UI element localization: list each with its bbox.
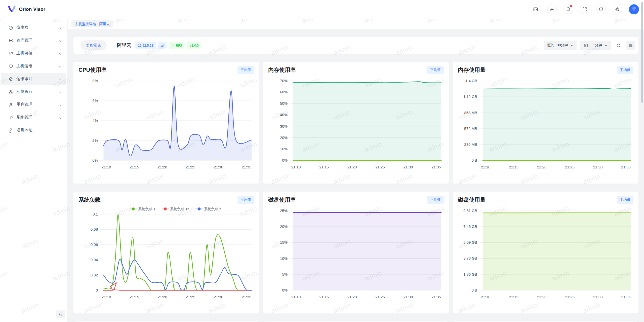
svg-text:0.06: 0.06 bbox=[91, 242, 98, 247]
chart-card-header: 内存使用率平均值 bbox=[268, 66, 444, 74]
host-toolbar: 监控图表 阿里云 12.92.5.21 ali ✓ 在线 v1.0.0 区间 3… bbox=[73, 37, 638, 54]
chevron-down-icon bbox=[59, 116, 62, 119]
svg-text:21:25: 21:25 bbox=[186, 295, 195, 299]
svg-text:10%: 10% bbox=[280, 147, 288, 151]
avatar[interactable]: 管 bbox=[629, 4, 639, 14]
logo-icon bbox=[8, 5, 16, 13]
svg-text:25%: 25% bbox=[280, 208, 288, 213]
divider bbox=[112, 43, 112, 48]
memory-usage-amount-chart: 0 B286 MB572 MB858 MB1.12 GB1.4 GB21:102… bbox=[458, 76, 633, 175]
svg-text:0 B: 0 B bbox=[471, 288, 477, 292]
sidebar-item-host-monitoring[interactable]: 主机监控 bbox=[1, 47, 66, 59]
svg-text:6%: 6% bbox=[92, 98, 98, 103]
svg-text:21:30: 21:30 bbox=[404, 295, 413, 299]
chart-card-header: CPU使用率平均值 bbox=[78, 66, 254, 74]
chevron-down-icon bbox=[605, 44, 608, 47]
window-label: 窗口 bbox=[583, 43, 590, 48]
svg-text:0: 0 bbox=[96, 288, 98, 292]
svg-text:3.73 GB: 3.73 GB bbox=[463, 256, 477, 260]
scrollbar-thumb[interactable] bbox=[641, 2, 643, 103]
sidebar-item-dashboard[interactable]: 仪表盘 bbox=[1, 22, 66, 33]
sidebar-item-label: 仪表盘 bbox=[16, 25, 28, 30]
svg-text:2%: 2% bbox=[92, 138, 98, 142]
app-logo[interactable]: Orion Visor bbox=[8, 5, 45, 13]
aggregation-badge: 平均值 bbox=[617, 66, 633, 74]
shield-check-icon bbox=[9, 77, 13, 81]
sidebar-item-system-mgmt[interactable]: 系统管理 bbox=[1, 112, 66, 123]
disk-usage-rate-chart: 0%5%10%15%20%25%21:1021:1521:2021:2521:3… bbox=[268, 206, 444, 305]
system-load-chart: 00.020.040.060.080.121:1021:1521:2021:25… bbox=[78, 206, 254, 305]
sidebar-item-batch-exec[interactable]: 批量执行 bbox=[1, 86, 66, 98]
topbar-actions: 管 bbox=[524, 4, 639, 14]
breadcrumb-tab[interactable]: 主机监控详情 - 阿里云 bbox=[71, 20, 113, 27]
content: 监控图表 阿里云 12.92.5.21 ali ✓ 在线 v1.0.0 区间 3… bbox=[68, 29, 644, 322]
refresh-icon bbox=[598, 7, 603, 12]
notification-button[interactable] bbox=[564, 5, 573, 14]
svg-text:21:15: 21:15 bbox=[319, 165, 329, 169]
svg-text:4%: 4% bbox=[92, 118, 98, 123]
svg-text:21:25: 21:25 bbox=[565, 165, 575, 169]
sidebar-collapse-button[interactable] bbox=[56, 310, 65, 318]
chart-title: 磁盘使用量 bbox=[458, 196, 486, 204]
sidebar-item-user-mgmt[interactable]: 用户管理 bbox=[1, 99, 66, 111]
svg-text:1.12 GB: 1.12 GB bbox=[463, 94, 477, 99]
sidebar-item-label: 主机监控 bbox=[16, 51, 32, 56]
svg-text:8%: 8% bbox=[92, 79, 98, 83]
svg-text:21:10: 21:10 bbox=[102, 165, 111, 169]
assets-icon bbox=[9, 38, 13, 43]
host-ops-icon bbox=[9, 64, 13, 68]
svg-text:系统负载-5: 系统负载-5 bbox=[204, 207, 221, 211]
chart-title: CPU使用率 bbox=[78, 66, 107, 74]
user-icon bbox=[9, 102, 13, 107]
refresh-button[interactable] bbox=[614, 41, 623, 50]
chart-title: 磁盘使用率 bbox=[268, 196, 296, 204]
batch-icon bbox=[9, 90, 13, 94]
svg-text:0.04: 0.04 bbox=[91, 258, 98, 262]
svg-text:21:15: 21:15 bbox=[130, 165, 139, 169]
svg-text:21:30: 21:30 bbox=[214, 165, 223, 169]
chart-menu-button[interactable] bbox=[626, 41, 635, 50]
chart-card-header: 系统负载平均值 bbox=[78, 196, 254, 204]
svg-text:21:20: 21:20 bbox=[347, 295, 357, 299]
settings-button[interactable] bbox=[613, 5, 622, 14]
link-icon bbox=[9, 128, 13, 133]
interval-label: 区间 bbox=[547, 43, 554, 48]
svg-text:21:10: 21:10 bbox=[481, 165, 491, 169]
svg-text:21:25: 21:25 bbox=[565, 295, 575, 299]
svg-text:1.86 GB: 1.86 GB bbox=[463, 272, 477, 276]
chart-card-disk-usage-rate: 磁盘使用率平均值0%5%10%15%20%25%21:1021:1521:202… bbox=[263, 192, 449, 313]
refresh-button[interactable] bbox=[596, 5, 606, 14]
window-select[interactable]: 窗口 1分钟 bbox=[580, 41, 611, 50]
svg-text:286 MB: 286 MB bbox=[464, 142, 477, 147]
svg-text:0.08: 0.08 bbox=[91, 227, 98, 231]
svg-text:21:10: 21:10 bbox=[291, 165, 301, 169]
svg-text:50%: 50% bbox=[280, 101, 288, 105]
code-button[interactable] bbox=[531, 5, 540, 14]
svg-text:60%: 60% bbox=[280, 90, 288, 94]
main-area: 主机监控详情 - 阿里云 监控图表 阿里云 12.92.5.21 ali ✓ 在… bbox=[68, 19, 644, 322]
monitor-chart-tab[interactable]: 监控图表 bbox=[80, 40, 107, 50]
aggregation-badge: 平均值 bbox=[617, 196, 633, 204]
svg-text:系统负载-1: 系统负载-1 bbox=[138, 207, 155, 211]
svg-text:20%: 20% bbox=[280, 224, 288, 229]
check-icon: ✓ bbox=[172, 44, 174, 47]
sidebar-item-host-ops[interactable]: 主机运维 bbox=[1, 60, 66, 72]
sidebar-item-ops-audit[interactable]: 运维审计 bbox=[1, 73, 66, 85]
svg-text:21:25: 21:25 bbox=[186, 165, 195, 169]
theme-button[interactable] bbox=[547, 5, 557, 14]
sidebar-item-project-link[interactable]: 项目地址 bbox=[1, 124, 66, 136]
fullscreen-button[interactable] bbox=[580, 5, 589, 14]
svg-text:21:15: 21:15 bbox=[509, 165, 518, 169]
chart-card-memory-usage-amount: 内存使用量平均值0 B286 MB572 MB858 MB1.12 GB1.4 … bbox=[453, 62, 638, 184]
interval-select[interactable]: 区间 30分钟 bbox=[544, 41, 577, 50]
host-tag-badge: ali bbox=[158, 42, 167, 49]
chevron-down-icon bbox=[59, 90, 62, 93]
sidebar-item-label: 批量执行 bbox=[16, 89, 32, 94]
svg-text:21:20: 21:20 bbox=[347, 165, 357, 169]
interval-value: 30分钟 bbox=[557, 43, 568, 48]
window-value: 1分钟 bbox=[593, 43, 602, 48]
sidebar-item-assets[interactable]: 资产管理 bbox=[1, 34, 66, 46]
svg-text:21:10: 21:10 bbox=[291, 295, 301, 299]
chart-card-disk-usage-amount: 磁盘使用量平均值0 B1.86 GB3.73 GB5.59 GB7.45 GB9… bbox=[453, 192, 638, 313]
host-status-badge: ✓ 在线 bbox=[169, 42, 185, 49]
